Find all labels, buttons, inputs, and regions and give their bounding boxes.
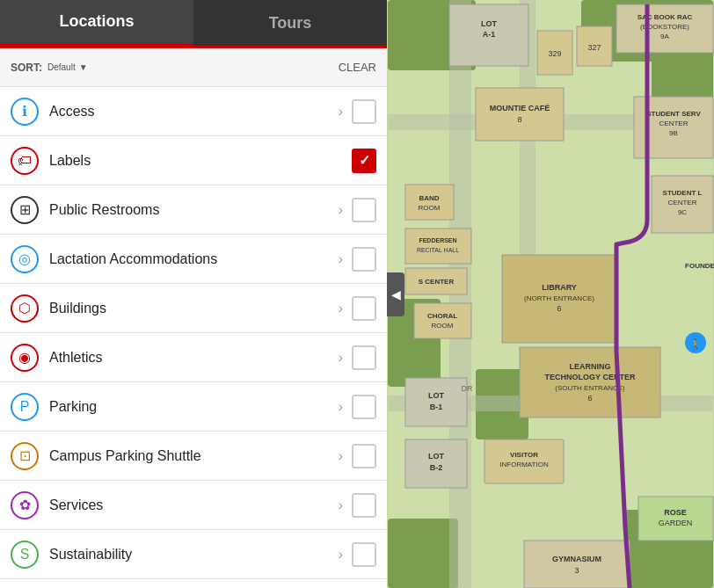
svg-text:FEDDERSEN: FEDDERSEN [419, 237, 456, 243]
svg-text:S CENTER: S CENTER [419, 278, 455, 286]
sort-label: SORT: [11, 62, 42, 74]
campus-parking-shuttle-chevron: › [339, 448, 343, 464]
list-item-athletics[interactable]: ◉ Athletics › [0, 333, 387, 382]
list-item-sustainability[interactable]: S Sustainability › [0, 530, 387, 579]
tab-bar: Locations Tours [0, 0, 387, 48]
sort-bar: SORT: Default ▼ CLEAR [0, 48, 387, 87]
locations-list: ℹ Access › 🏷 Labels ⊞ Public Restrooms ›… [0, 87, 387, 588]
svg-text:B-1: B-1 [430, 403, 443, 411]
collapse-button[interactable]: ◀ [387, 272, 404, 316]
svg-text:327: 327 [587, 43, 601, 52]
parking-chevron: › [339, 399, 343, 415]
list-item-farmers-market[interactable]: ❀ Farmers Market › [0, 579, 387, 588]
public-restrooms-icon: ⊞ [11, 196, 39, 224]
access-chevron: › [339, 104, 343, 120]
svg-text:329: 329 [548, 49, 561, 58]
tab-tours[interactable]: Tours [193, 0, 387, 46]
svg-text:LOT: LOT [428, 391, 444, 400]
campus-parking-shuttle-icon: ⊡ [11, 442, 39, 470]
svg-rect-51 [520, 347, 660, 417]
svg-text:ROOM: ROOM [419, 204, 441, 212]
svg-text:STUDENT L: STUDENT L [663, 189, 703, 197]
svg-text:ROSE: ROSE [664, 508, 687, 517]
sustainability-toggle[interactable] [352, 542, 376, 567]
list-item-parking[interactable]: P Parking › [0, 382, 387, 432]
services-chevron: › [339, 497, 343, 513]
services-label: Services [49, 497, 339, 513]
svg-rect-39 [405, 229, 471, 264]
svg-text:TECHNOLOGY CENTER: TECHNOLOGY CENTER [545, 373, 636, 381]
svg-text:RECITAL HALL: RECITAL HALL [417, 247, 459, 253]
svg-text:(NORTH ENTRANCE): (NORTH ENTRANCE) [524, 294, 594, 302]
svg-rect-36 [405, 185, 454, 220]
list-item-campus-parking-shuttle[interactable]: ⊡ Campus Parking Shuttle › [0, 432, 387, 481]
svg-text:CENTER: CENTER [668, 199, 697, 207]
athletics-toggle[interactable] [352, 345, 376, 370]
sustainability-label: Sustainability [49, 547, 339, 563]
svg-text:LOT: LOT [481, 19, 497, 28]
svg-text:6: 6 [557, 304, 561, 313]
svg-text:8: 8 [517, 115, 521, 124]
left-panel: Locations Tours SORT: Default ▼ CLEAR ℹ … [0, 0, 387, 588]
buildings-chevron: › [339, 301, 343, 316]
labels-label: Labels [49, 153, 352, 169]
sustainability-chevron: › [339, 547, 343, 563]
list-item-access[interactable]: ℹ Access › [0, 87, 387, 136]
svg-text:FOUNDE: FOUNDE [685, 262, 714, 270]
services-toggle[interactable] [352, 493, 376, 518]
lactation-icon: ◎ [11, 245, 39, 273]
svg-text:LIBRARY: LIBRARY [542, 283, 577, 292]
access-toggle[interactable] [352, 99, 376, 124]
labels-icon: 🏷 [11, 147, 39, 175]
list-item-labels[interactable]: 🏷 Labels [0, 136, 387, 185]
list-item-buildings[interactable]: ⬡ Buildings › [0, 284, 387, 333]
svg-text:ROOM: ROOM [432, 322, 454, 330]
parking-toggle[interactable] [352, 395, 376, 419]
svg-rect-69 [524, 541, 630, 588]
labels-toggle[interactable] [352, 149, 376, 173]
public-restrooms-label: Public Restrooms [49, 202, 339, 218]
svg-rect-44 [414, 303, 471, 338]
svg-text:INFORMATION: INFORMATION [499, 461, 549, 468]
athletics-label: Athletics [49, 350, 339, 366]
svg-text:6: 6 [587, 394, 592, 403]
lactation-toggle[interactable] [352, 247, 376, 272]
athletics-icon: ◉ [11, 344, 39, 372]
svg-text:A-1: A-1 [483, 30, 496, 39]
svg-text:VISITOR: VISITOR [510, 451, 538, 459]
clear-button[interactable]: CLEAR [339, 61, 376, 74]
access-icon: ℹ [11, 98, 39, 126]
list-item-services[interactable]: ✿ Services › [0, 481, 387, 530]
svg-text:🚶: 🚶 [689, 338, 702, 350]
svg-rect-33 [476, 88, 564, 141]
svg-text:LOT: LOT [428, 452, 444, 461]
lactation-chevron: › [339, 251, 343, 267]
sort-dropdown[interactable]: Default ▼ [47, 62, 88, 72]
svg-text:B-2: B-2 [430, 463, 443, 472]
svg-rect-5 [388, 519, 458, 588]
parking-label: Parking [49, 399, 339, 415]
svg-text:STUDENT SERV: STUDENT SERV [646, 110, 701, 118]
lactation-label: Lactation Accommodations [49, 251, 339, 267]
public-restrooms-toggle[interactable] [352, 198, 376, 222]
svg-text:BAND: BAND [419, 194, 439, 202]
buildings-icon: ⬡ [11, 294, 39, 323]
sustainability-icon: S [11, 541, 39, 569]
campus-parking-shuttle-toggle[interactable] [352, 444, 376, 468]
svg-text:LEARNING: LEARNING [570, 362, 611, 371]
svg-text:CENTER: CENTER [659, 120, 688, 127]
svg-text:MOUNTIE CAFÉ: MOUNTIE CAFÉ [490, 104, 550, 113]
tab-locations[interactable]: Locations [0, 0, 193, 46]
list-item-public-restrooms[interactable]: ⊞ Public Restrooms › [0, 185, 387, 235]
public-restrooms-chevron: › [339, 202, 343, 218]
svg-text:9A: 9A [660, 33, 669, 40]
svg-text:CHORAL: CHORAL [427, 312, 457, 320]
campus-parking-shuttle-label: Campus Parking Shuttle [49, 448, 339, 464]
buildings-toggle[interactable] [352, 296, 376, 321]
services-icon: ✿ [11, 491, 39, 519]
map-panel: ◀ LOT A-1 329 327 SAC BOOK RAC (B [387, 0, 714, 588]
list-item-lactation[interactable]: ◎ Lactation Accommodations › [0, 235, 387, 284]
svg-text:(SOUTH ENTRANCE): (SOUTH ENTRANCE) [555, 384, 625, 392]
parking-icon: P [11, 393, 39, 421]
svg-text:9B: 9B [669, 129, 678, 137]
